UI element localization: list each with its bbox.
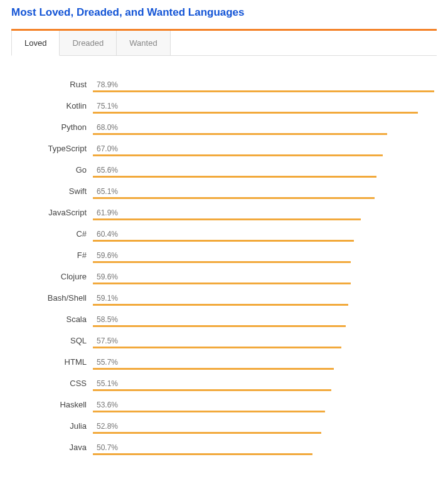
chart-row-label: TypeScript: [8, 144, 87, 154]
chart-bar: [93, 304, 348, 306]
chart-bar-wrap: 67.0%: [93, 144, 434, 156]
chart-bar-wrap: 55.7%: [93, 357, 434, 370]
chart-bar: [93, 368, 334, 370]
chart-value-label: 59.1%: [93, 293, 434, 303]
chart-bar: [93, 197, 375, 199]
chart-value-label: 58.5%: [93, 315, 434, 325]
chart-value-label: 67.0%: [93, 144, 434, 154]
chart-row: SQL57.5%: [93, 336, 434, 348]
chart-bar: [93, 347, 341, 348]
chart-value-label: 68.0%: [93, 122, 434, 132]
chart-row-label: Kotlin: [8, 101, 87, 111]
chart-bar: [93, 90, 434, 92]
chart-row: Clojure59.6%: [93, 272, 434, 284]
chart-bar-wrap: 59.6%: [93, 250, 434, 263]
chart-row-label: Java: [8, 443, 87, 453]
chart-row: HTML55.7%: [93, 357, 434, 370]
chart-value-label: 78.9%: [93, 80, 434, 90]
chart-bar-wrap: 52.8%: [93, 421, 434, 434]
chart-row-label: SQL: [8, 336, 87, 346]
chart-row-label: CSS: [8, 379, 87, 389]
chart-value-label: 57.5%: [93, 336, 434, 346]
chart-row: C#60.4%: [93, 229, 434, 242]
chart-row-label: Haskell: [8, 400, 87, 410]
chart-bar-wrap: 78.9%: [93, 80, 434, 92]
chart-bar-wrap: 57.5%: [93, 336, 434, 348]
chart-row: Kotlin75.1%: [93, 101, 434, 114]
chart-bar: [93, 240, 354, 242]
chart-bar-wrap: 68.0%: [93, 122, 434, 135]
chart-row: TypeScript67.0%: [93, 144, 434, 156]
chart-row: JavaScript61.9%: [93, 208, 434, 220]
chart-row: CSS55.1%: [93, 379, 434, 391]
chart-value-label: 52.8%: [93, 421, 434, 431]
section-title: Most Loved, Dreaded, and Wanted Language…: [11, 6, 437, 19]
chart-row: Haskell53.6%: [93, 400, 434, 412]
chart-row-label: Julia: [8, 421, 87, 431]
chart-row-label: HTML: [8, 357, 87, 367]
chart-row: Swift65.1%: [93, 186, 434, 199]
chart-row: Java50.7%: [93, 443, 434, 455]
chart-row-label: Rust: [8, 80, 87, 90]
chart-bar-wrap: 61.9%: [93, 208, 434, 220]
tab-dreaded[interactable]: Dreaded: [60, 31, 117, 55]
chart-row: Python68.0%: [93, 122, 434, 135]
chart-bar-wrap: 59.1%: [93, 293, 434, 306]
chart-row-label: Go: [8, 165, 87, 175]
chart-bar: [93, 261, 351, 263]
chart-row: F#59.6%: [93, 250, 434, 263]
chart-value-label: 50.7%: [93, 443, 434, 453]
chart-value-label: 55.1%: [93, 379, 434, 389]
chart-row-label: JavaScript: [8, 208, 87, 218]
chart-value-label: 75.1%: [93, 101, 434, 111]
chart-value-label: 60.4%: [93, 229, 434, 239]
chart-row: Julia52.8%: [93, 421, 434, 434]
chart-row-label: Scala: [8, 315, 87, 325]
chart-row-label: C#: [8, 229, 87, 239]
chart-bar-wrap: 53.6%: [93, 400, 434, 412]
bar-chart: Rust78.9%Kotlin75.1%Python68.0%TypeScrip…: [11, 80, 437, 455]
chart-bar: [93, 411, 325, 412]
chart-value-label: 65.1%: [93, 186, 434, 196]
chart-value-label: 61.9%: [93, 208, 434, 218]
chart-bar: [93, 218, 361, 220]
chart-value-label: 59.6%: [93, 250, 434, 261]
chart-value-label: 59.6%: [93, 272, 434, 282]
chart-bar-wrap: 50.7%: [93, 443, 434, 455]
chart-row-label: Clojure: [8, 272, 87, 282]
chart-bar: [93, 112, 418, 114]
chart-bar: [93, 133, 387, 135]
chart-value-label: 53.6%: [93, 400, 434, 410]
chart-row: Scala58.5%: [93, 315, 434, 327]
chart-bar: [93, 176, 376, 178]
chart-row-label: Swift: [8, 186, 87, 196]
chart-row-label: Bash/Shell: [8, 293, 87, 303]
chart-bar: [93, 432, 321, 434]
chart-bar: [93, 389, 331, 391]
chart-bar: [93, 453, 312, 455]
chart-row: Go65.6%: [93, 165, 434, 178]
chart-row-label: F#: [8, 250, 87, 261]
chart-bar: [93, 283, 351, 284]
tab-wanted[interactable]: Wanted: [117, 31, 170, 55]
chart-value-label: 65.6%: [93, 165, 434, 175]
chart-bar-wrap: 65.1%: [93, 186, 434, 199]
tab-loved[interactable]: Loved: [11, 31, 60, 56]
chart-row-label: Python: [8, 122, 87, 132]
chart-bar: [93, 154, 383, 156]
chart-bar: [93, 325, 346, 327]
chart-bar-wrap: 60.4%: [93, 229, 434, 242]
chart-value-label: 55.7%: [93, 357, 434, 367]
chart-bar-wrap: 65.6%: [93, 165, 434, 178]
tabs-container: LovedDreadedWanted: [11, 29, 437, 56]
chart-row: Bash/Shell59.1%: [93, 293, 434, 306]
chart-row: Rust78.9%: [93, 80, 434, 92]
chart-bar-wrap: 55.1%: [93, 379, 434, 391]
chart-bar-wrap: 75.1%: [93, 101, 434, 114]
chart-bar-wrap: 59.6%: [93, 272, 434, 284]
chart-bar-wrap: 58.5%: [93, 315, 434, 327]
